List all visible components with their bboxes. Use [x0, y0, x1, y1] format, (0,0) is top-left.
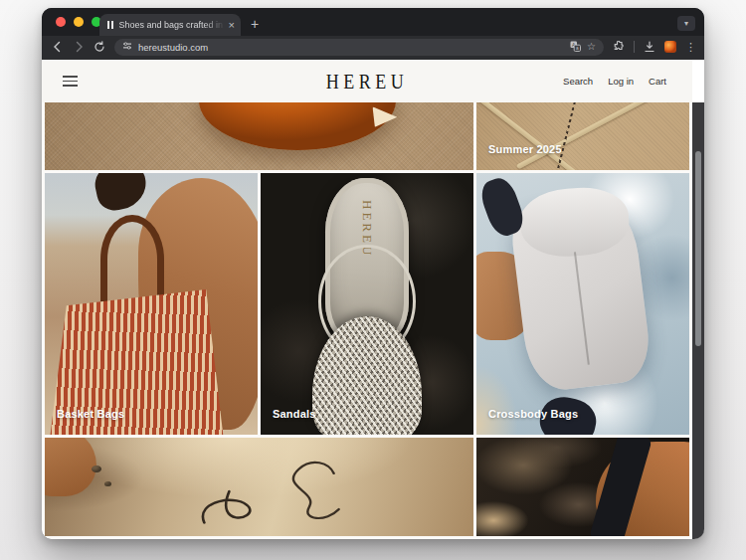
tile-intro-image[interactable] — [45, 102, 473, 170]
tile-sandals[interactable]: HEREU Sandals — [261, 173, 473, 435]
browser-tab[interactable]: Shoes and bags crafted in Sp × — [99, 14, 241, 36]
browser-window: Shoes and bags crafted in Sp × + ▾ hereu… — [42, 8, 704, 539]
site-logo[interactable]: HEREU — [326, 69, 409, 93]
tile-crossbody-bags[interactable]: Crossbody Bags — [476, 173, 689, 435]
forward-icon[interactable] — [73, 41, 85, 53]
bag-seam-image — [573, 253, 589, 365]
download-icon[interactable] — [644, 41, 655, 53]
refresh-icon[interactable] — [93, 41, 105, 53]
cord-laces-image — [45, 438, 473, 536]
hereu-page: HEREU Search Log in Cart Summer 2025 — [42, 60, 692, 539]
tile-label: Crossbody Bags — [488, 408, 578, 420]
tab-search-chevron-icon[interactable]: ▾ — [677, 16, 695, 31]
model-hair-image — [92, 173, 151, 215]
back-icon[interactable] — [52, 41, 64, 53]
address-bar[interactable]: hereustudio.com Aa ☆ — [114, 39, 604, 56]
minimize-window-button[interactable] — [74, 17, 84, 27]
translate-icon[interactable]: Aa — [570, 41, 581, 54]
traffic-lights — [56, 17, 101, 27]
tab-close-icon[interactable]: × — [229, 20, 235, 31]
leather-object-image — [199, 102, 396, 150]
site-header: HEREU Search Log in Cart — [42, 60, 692, 102]
site-settings-icon[interactable] — [122, 41, 132, 53]
site-favicon-icon — [107, 21, 113, 29]
url-text[interactable]: hereustudio.com — [138, 42, 564, 53]
nav-cart-link[interactable]: Cart — [649, 76, 666, 87]
scrollbar-thumb[interactable] — [695, 151, 701, 346]
strap-image — [516, 102, 685, 169]
browser-toolbar: hereustudio.com Aa ☆ ⋮ — [42, 36, 704, 60]
nav-search-link[interactable]: Search — [563, 76, 593, 87]
tile-label: Sandals — [273, 408, 316, 420]
crossbody-bag-image — [508, 192, 653, 394]
tile-basket-bags[interactable]: Basket Bags — [45, 173, 258, 435]
tile-label: Basket Bags — [57, 408, 124, 420]
tab-title: Shoes and bags crafted in Sp — [119, 20, 225, 30]
toolbar-actions: ⋮ — [613, 41, 696, 53]
tile-summer-2025[interactable]: Summer 2025 — [476, 102, 689, 170]
hamburger-menu-icon[interactable] — [63, 76, 78, 87]
tile-dune-image[interactable] — [45, 438, 473, 536]
browser-viewport: HEREU Search Log in Cart Summer 2025 — [42, 60, 704, 539]
toolbar-divider — [634, 41, 635, 53]
extensions-icon[interactable] — [613, 41, 625, 53]
tile-rocks-image[interactable] — [476, 438, 689, 536]
category-grid: Summer 2025 Basket Bags HEREU — [42, 102, 692, 539]
page-scrollbar[interactable] — [692, 102, 704, 539]
browser-menu-icon[interactable]: ⋮ — [685, 42, 696, 53]
bag-handle-image — [100, 215, 164, 303]
new-tab-button[interactable]: + — [251, 17, 259, 31]
svg-text:a: a — [576, 46, 579, 51]
close-window-button[interactable] — [56, 17, 66, 27]
sandal-image: HEREU — [309, 178, 425, 435]
tab-bar: Shoes and bags crafted in Sp × + ▾ — [42, 8, 704, 36]
bag-flap-image — [518, 184, 632, 260]
bookmark-star-icon[interactable]: ☆ — [587, 42, 596, 52]
nav-login-link[interactable]: Log in — [608, 76, 634, 87]
tile-label: Summer 2025 — [488, 143, 562, 155]
extension-avatar-icon[interactable] — [664, 41, 676, 53]
header-nav: Search Log in Cart — [563, 76, 666, 87]
